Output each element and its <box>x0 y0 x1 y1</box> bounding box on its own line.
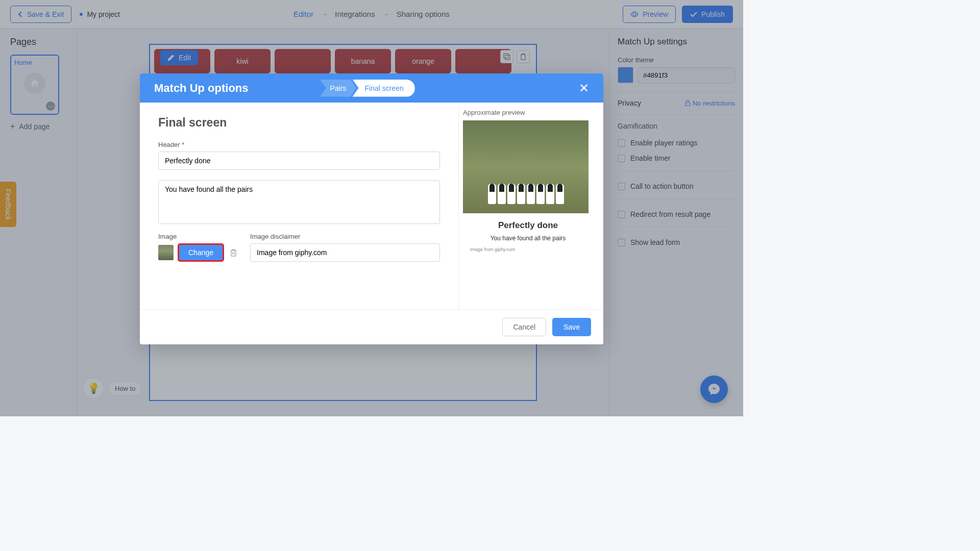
delete-image-icon[interactable] <box>228 247 239 259</box>
preview-disclaimer: Image from giphy.com <box>468 247 588 252</box>
image-thumbnail[interactable] <box>158 245 174 260</box>
tab-pairs[interactable]: Pairs <box>320 80 357 97</box>
save-button[interactable]: Save <box>552 318 591 336</box>
header-input[interactable] <box>158 152 440 170</box>
cancel-button[interactable]: Cancel <box>502 318 546 336</box>
required-icon: * <box>182 141 184 148</box>
preview-label: Approximate preview <box>463 109 593 116</box>
preview-image <box>463 120 589 213</box>
close-icon[interactable]: ✕ <box>579 81 589 95</box>
change-image-button[interactable]: Change <box>178 243 224 262</box>
modal-dialog: Match Up options Pairs Final screen ✕ Fi… <box>140 73 603 344</box>
modal-title: Match Up options <box>154 82 249 95</box>
disclaimer-label: Image disclaimer <box>250 233 440 240</box>
body-textarea[interactable]: You have found all the pairs <box>158 180 440 224</box>
modal-header: Match Up options Pairs Final screen ✕ <box>140 73 603 103</box>
preview-subtitle: You have found all the pairs <box>468 235 588 242</box>
disclaimer-input[interactable] <box>250 243 440 262</box>
section-title: Final screen <box>158 116 440 130</box>
image-label: Image <box>158 233 239 240</box>
preview-title: Perfectly done <box>468 220 588 231</box>
tab-final-screen[interactable]: Final screen <box>352 80 414 97</box>
header-label: Header <box>158 141 180 148</box>
